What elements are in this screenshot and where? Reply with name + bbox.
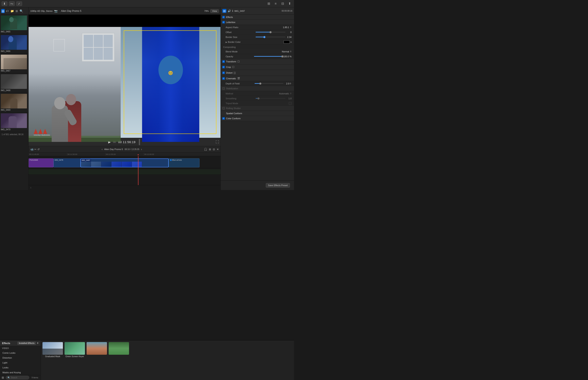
split-view-btn[interactable]: ⊟ <box>280 1 285 6</box>
rolling-shutter-checkbox[interactable] <box>222 107 225 110</box>
aspect-ratio-stepper[interactable]: ⇕ <box>290 26 292 28</box>
transform-section-header: ✓ Transform ☐ <box>221 59 294 64</box>
distort-checkbox[interactable]: ✓ <box>222 72 225 74</box>
sidebar-tag-icon[interactable]: 🏷 <box>5 9 9 13</box>
offset-slider[interactable] <box>256 32 286 32</box>
list-item[interactable]: IMG_0467 <box>0 54 28 73</box>
depth-of-field-slider[interactable] <box>255 83 284 84</box>
sidebar-grid-icon[interactable]: ⊞ <box>15 9 18 13</box>
ruler-mark: 00:11:45:00 <box>29 152 67 156</box>
rolling-shutter-section-header: Rolling Shutter <box>221 106 294 111</box>
clip-label-467: IMG_0467 <box>1 69 28 72</box>
audio-icon[interactable]: 🎧 <box>204 148 207 151</box>
timeline-close-icon[interactable]: ✕ <box>217 148 219 151</box>
list-item[interactable]: IMG_0468 <box>0 73 28 93</box>
preview-right: 😊 <box>121 27 220 142</box>
inspector-video-icon[interactable]: ▤ <box>222 9 226 13</box>
smoothing-value: 1.0 <box>285 97 292 100</box>
view-btn[interactable]: View <box>210 9 219 13</box>
blend-mode-row: Blend Mode Normal ⇕ <box>221 49 294 54</box>
university-logo: University of Bedfordshire <box>34 134 50 136</box>
spatial-conform-title: Spatial Conform <box>226 112 242 114</box>
crop-checkbox[interactable]: ✓ <box>222 66 225 68</box>
timecode-display: 00 11:56:19 <box>118 140 136 144</box>
opacity-value: 100.0 % <box>282 55 292 58</box>
secondary-toolbar: 1080p HD 30p, Stereo 📷 Alien Day Promo 5… <box>29 7 220 15</box>
border-color-dropdown[interactable]: ▾ <box>291 41 292 43</box>
clip-block[interactable]: IMG_0478 <box>54 158 81 167</box>
list-item[interactable]: IMG_0465 <box>0 15 28 34</box>
clip-block[interactable]: P1012645 <box>29 158 54 167</box>
effects-title: Effects <box>226 16 233 18</box>
sidebar-search-icon[interactable]: 🔍 <box>19 9 23 13</box>
clip-thumb-467 <box>1 55 27 69</box>
border-color-swatch[interactable] <box>284 40 290 44</box>
timeline-zoom-icon[interactable]: ⊞ <box>209 148 211 151</box>
import-btn[interactable]: ⬇ <box>2 1 7 6</box>
clip-selected-label: IMG_0497 <box>81 159 91 162</box>
offset-row: Offset 0 <box>221 30 294 35</box>
project-name-label: Alien Day Promo 5 <box>61 10 81 12</box>
keywords-btn[interactable]: 🗝 <box>9 1 15 6</box>
clip-label-469: IMG_0469 <box>1 109 28 112</box>
cinematic-checkbox[interactable]: ✓ <box>222 77 225 80</box>
border-size-slider[interactable] <box>256 37 286 37</box>
stabilization-title: Stabilization <box>226 87 238 90</box>
cinematic-title: Cinematic <box>226 77 236 80</box>
clip-label-470: IMG_0470 <box>1 128 28 131</box>
project-name-timeline: Alien Day Promo 5 <box>104 148 123 151</box>
letterbox-title: Letterbox <box>226 21 235 23</box>
grid-view-btn[interactable]: ⊞ <box>266 1 272 6</box>
aspect-ratio-label: Aspect Ratio <box>226 26 283 29</box>
timeline-ruler: 00:11:45:00 00:11:50:00 00:11:55:00 00:1… <box>29 152 220 156</box>
offset-label: Offset <box>226 31 256 33</box>
fullscreen-btn[interactable]: ⛶ <box>216 140 219 144</box>
center-area: 1080p HD 30p, Stereo 📷 Alien Day Promo 5… <box>29 7 220 190</box>
stabilization-checkbox[interactable] <box>222 87 225 90</box>
next-btn[interactable]: › <box>141 148 142 151</box>
list-item[interactable]: IMG_0466 <box>0 34 28 54</box>
effects-checkbox[interactable]: ✓ <box>222 16 225 18</box>
bottom-toolbar: 📹 ✂ ↺ ‹ Alien Day Promo 5 08:16 / 13:35:… <box>29 146 220 152</box>
inspector-content: ✓ Effects ✓ Letterbox Aspect Ratio 1.85:… <box>221 15 294 180</box>
inspector-audio-icon[interactable]: 🔊 <box>228 9 231 12</box>
save-effects-preset-btn[interactable]: Save Effects Preset <box>266 183 290 188</box>
camera-record-btn[interactable]: 📹 <box>30 148 34 151</box>
clip-block[interactable]: 🔵 Blue arrives <box>169 158 199 167</box>
right-panel: ▤ 🔊 ℹ IMG_0497 00:00:08:16 ✓ Effects ✓ L… <box>220 7 294 190</box>
rolling-shutter-title: Rolling Shutter <box>226 107 241 110</box>
transform-checkbox[interactable]: ✓ <box>222 60 225 63</box>
distort-icon: ⌸ <box>234 71 235 75</box>
duration-bar <box>139 139 140 145</box>
blend-mode-stepper[interactable]: ⇕ <box>290 50 292 53</box>
timeline-split-icon[interactable]: ⊟ <box>213 148 215 151</box>
transform-tool-btn[interactable]: ↺ <box>37 148 40 151</box>
depth-of-field-value: 2.0 f <box>283 82 291 85</box>
list-view-btn[interactable]: ≡ <box>273 1 278 6</box>
sidebar-folder-icon[interactable]: 📁 <box>10 9 14 13</box>
share-btn[interactable]: ⬆ <box>287 1 292 6</box>
color-conform-checkbox[interactable]: ✓ <box>222 117 225 120</box>
list-item[interactable]: IMG_0470 <box>0 113 28 132</box>
check-btn[interactable]: ✓ <box>16 1 22 6</box>
letterbox-checkbox[interactable]: ✓ <box>222 21 225 23</box>
color-conform-title: Color Conform <box>226 117 241 120</box>
crop-title: Crop <box>226 66 231 68</box>
sidebar-clip-icon[interactable]: ▤ <box>1 9 5 13</box>
letterbox-section-header: ✓ Letterbox <box>221 20 294 25</box>
method-stepper[interactable]: ⇕ <box>290 92 292 95</box>
blend-mode-value: Normal <box>282 50 289 53</box>
clip-thumb-468 <box>1 74 27 89</box>
prev-btn[interactable]: ‹ <box>102 148 103 151</box>
list-item[interactable]: IMG_0469 <box>0 93 28 113</box>
video-preview: University of Bedfordshire 😊 <box>29 15 220 146</box>
opacity-slider[interactable] <box>254 56 282 57</box>
edit-tool-btn[interactable]: ✂ <box>34 148 37 151</box>
clip-block-selected[interactable]: IMG_0497 <box>81 158 169 167</box>
inspector-info-icon[interactable]: ℹ <box>232 9 233 12</box>
resolution-label: 1080p HD 30p, Stereo <box>30 10 52 12</box>
camera-icon: 📷 <box>54 9 58 13</box>
cinematic-section-header: ✓ Cinematic 🎬 <box>221 76 294 81</box>
spatial-conform-section-header: Spatial Conform <box>221 111 294 116</box>
tripod-mode-checkbox[interactable] <box>289 102 292 105</box>
